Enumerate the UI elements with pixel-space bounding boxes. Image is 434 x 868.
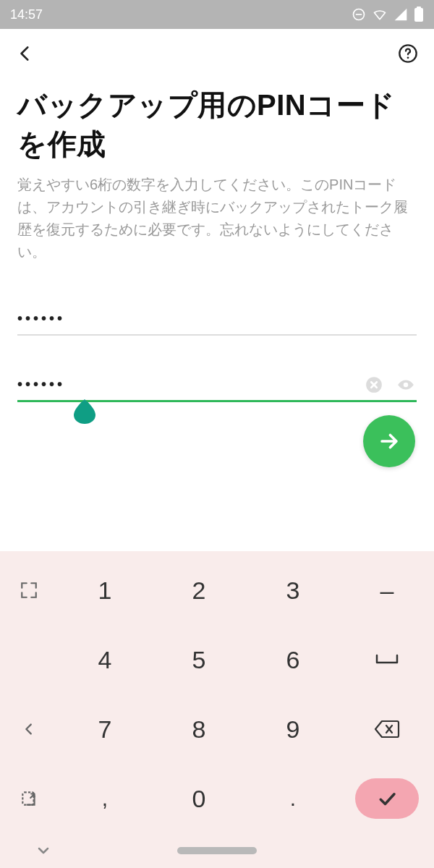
nav-handle[interactable] <box>177 847 257 854</box>
chevron-left-icon <box>16 44 35 63</box>
top-bar <box>0 29 434 71</box>
keyboard-clipboard-button[interactable] <box>0 764 58 833</box>
status-icons <box>352 7 424 22</box>
pin-input-value: •••••• <box>17 310 65 327</box>
key-comma[interactable]: , <box>58 764 152 833</box>
caret-handle-icon[interactable] <box>74 399 95 424</box>
status-time: 14:57 <box>10 7 43 22</box>
key-backspace[interactable] <box>340 694 434 764</box>
page-title: バックアップ用のPINコードを作成 <box>17 85 417 163</box>
svg-rect-2 <box>414 8 423 22</box>
svg-rect-3 <box>417 7 421 9</box>
battery-icon <box>414 7 424 22</box>
key-enter[interactable] <box>340 764 434 833</box>
key-5[interactable]: 5 <box>152 625 246 694</box>
chevron-left-small-icon <box>21 721 37 737</box>
numeric-keyboard: 1 2 3 – 4 5 6 7 8 9 , 0 . <box>0 551 434 868</box>
key-9[interactable]: 9 <box>246 694 340 764</box>
clipboard-icon <box>20 789 38 808</box>
status-bar: 14:57 <box>0 0 434 29</box>
system-nav-bar <box>0 833 434 868</box>
page-description: 覚えやすい6桁の数字を入力してください。このPINコードは、アカウントの引き継ぎ… <box>17 174 417 263</box>
help-button[interactable] <box>398 43 418 64</box>
check-icon <box>376 788 398 809</box>
keyboard-side-blank-1 <box>0 625 58 694</box>
key-period[interactable]: . <box>246 764 340 833</box>
chevron-down-icon <box>35 842 52 859</box>
key-1[interactable]: 1 <box>58 556 152 625</box>
main-content: バックアップ用のPINコードを作成 覚えやすい6桁の数字を入力してください。この… <box>0 71 434 402</box>
submit-button[interactable] <box>363 415 415 467</box>
space-icon <box>375 652 399 667</box>
back-button[interactable] <box>16 44 35 63</box>
key-6[interactable]: 6 <box>246 625 340 694</box>
pin-confirm-input[interactable]: •••••• <box>17 369 417 402</box>
key-7[interactable]: 7 <box>58 694 152 764</box>
signal-icon <box>393 7 408 22</box>
key-8[interactable]: 8 <box>152 694 246 764</box>
arrow-right-icon <box>377 429 401 454</box>
key-space[interactable] <box>340 625 434 694</box>
svg-point-7 <box>404 382 409 387</box>
key-4[interactable]: 4 <box>58 625 152 694</box>
do-not-disturb-icon <box>352 7 366 22</box>
keyboard-expand-button[interactable] <box>0 556 58 625</box>
expand-icon <box>20 581 38 600</box>
key-dash[interactable]: – <box>340 556 434 625</box>
pin-confirm-value: •••••• <box>17 376 65 393</box>
help-icon <box>398 43 418 64</box>
key-0[interactable]: 0 <box>152 764 246 833</box>
pin-input[interactable]: •••••• <box>17 302 417 336</box>
wifi-icon <box>372 7 388 22</box>
visibility-icon[interactable] <box>395 375 417 394</box>
svg-point-5 <box>407 56 409 59</box>
key-3[interactable]: 3 <box>246 556 340 625</box>
pin-fields: •••••• •••••• <box>17 302 417 402</box>
clear-icon[interactable] <box>365 375 383 394</box>
keyboard-hide-button[interactable] <box>35 842 52 859</box>
backspace-icon <box>374 719 400 739</box>
key-2[interactable]: 2 <box>152 556 246 625</box>
keyboard-collapse-button[interactable] <box>0 694 58 764</box>
